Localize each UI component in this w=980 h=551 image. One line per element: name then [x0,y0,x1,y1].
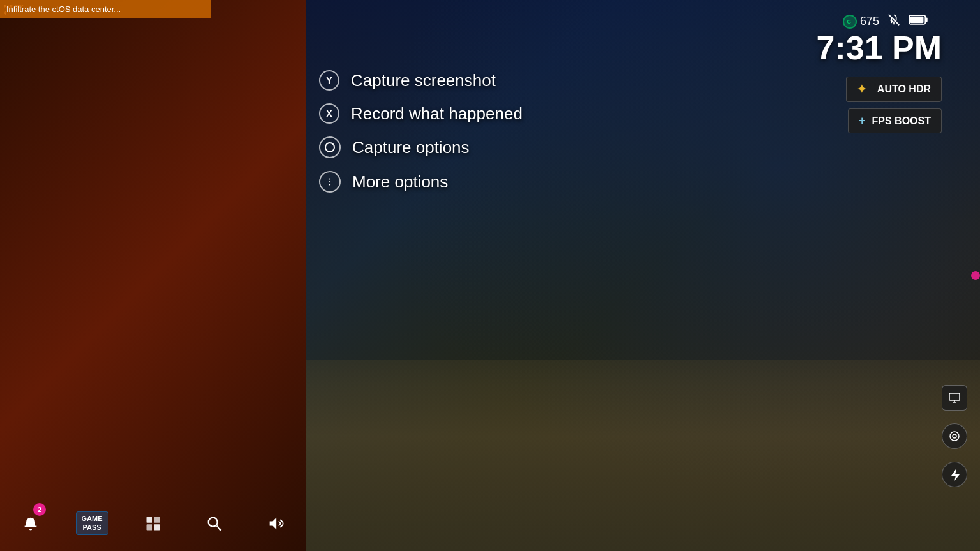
more-options-label: More options [352,172,448,192]
svg-rect-28 [949,393,960,400]
capture-options-item[interactable]: Capture options [319,130,523,165]
taskbar-audio[interactable] [245,496,306,551]
tv-icon [948,392,961,404]
gamepass-text1: GAME [82,515,103,523]
fps-boost-badge[interactable]: + FPS BOOST [848,108,942,133]
right-indicators [942,385,967,487]
y-button-icon: Y [319,70,339,91]
svg-rect-26 [925,18,927,22]
menu-section: Home My games & apps WATCHDOGS 2 [0,40,306,495]
x-button-label: X [326,108,332,119]
notification-text: Infiltrate the ctOS data center... [6,4,121,14]
gamerscore-value: 675 [860,15,879,28]
gamepass-button[interactable]: GAME PASS [76,511,108,534]
taskbar-gamepass[interactable]: GAME PASS [61,496,122,551]
capture-screenshot-label: Capture screenshot [351,71,496,91]
taskbar-search[interactable] [184,496,245,551]
game-list: WATCHDOGS 2 Watch Dogs®2 UFC4 UFC® 4 SNI… [10,150,296,423]
notifications-badge: 2 [33,503,46,516]
gamerscore-display: G 675 [843,15,879,29]
menu-circles-icon [324,176,336,187]
game-thumb-farcry4: FAR CRY4 [26,356,78,409]
svg-point-32 [953,434,956,438]
fps-boost-label: FPS BOOST [872,115,931,127]
svg-marker-19 [270,517,277,529]
capture-options-label: Capture options [352,138,470,158]
record-happened-item[interactable]: X Record what happened [319,97,523,130]
battery-icon [909,14,929,29]
capture-menu: Y Capture screenshot X Record what happe… [319,64,523,199]
bell-icon [22,515,40,533]
right-indicator-3 [942,462,967,487]
fps-plus-icon: + [859,114,866,128]
svg-rect-15 [147,524,152,530]
time-display: 7:31 PM [816,29,942,67]
store-icon [144,515,162,533]
more-options-item[interactable]: More options [319,165,523,199]
taskbar-store[interactable] [122,496,184,551]
x-button-icon: X [319,103,339,124]
svg-rect-27 [910,17,924,23]
y-button-label: Y [326,75,332,85]
svg-rect-16 [154,524,160,530]
search-icon [205,515,223,533]
hdr-sun-icon: ✦ [857,82,871,96]
lightning-icon [948,468,961,481]
notification-bar: Infiltrate the ctOS data center... [0,0,211,18]
right-indicator-1 [942,385,967,411]
svg-line-18 [217,525,221,530]
ground-overlay [306,360,980,551]
svg-point-20 [329,178,330,179]
svg-point-22 [329,184,330,185]
left-panel: Home My games & apps WATCHDOGS 2 [0,0,306,551]
top-right-info: G 675 [843,13,929,30]
svg-rect-14 [154,517,160,522]
auto-hdr-badge[interactable]: ✦ AUTO HDR [846,77,942,102]
svg-point-21 [329,181,330,182]
taskbar: 2 GAME PASS [0,495,306,551]
game-item-farcry4[interactable]: FAR CRY4 Far Cry® 4 [20,351,286,414]
gamerscore-g-icon: G [846,18,854,26]
taskbar-notifications[interactable]: 2 [0,496,61,551]
capture-screenshot-item[interactable]: Y Capture screenshot [319,64,523,97]
more-options-icon [319,171,341,193]
capture-options-icon [319,136,341,158]
right-accent-dot [971,271,980,280]
svg-rect-13 [147,517,152,522]
audio-icon [267,515,285,533]
gamepass-text2: PASS [82,524,103,532]
battery-svg-icon [909,14,929,26]
svg-text:G: G [847,19,850,25]
gamerscore-icon: G [843,15,857,29]
mute-icon [887,13,901,30]
svg-point-31 [950,432,959,441]
svg-point-17 [209,517,218,526]
record-happened-label: Record what happened [351,104,523,124]
auto-hdr-label: AUTO HDR [877,84,931,95]
right-indicator-2 [942,423,967,449]
circle-ring-icon [325,142,335,152]
time-value: 7:31 PM [816,29,942,66]
mic-muted-icon [887,13,901,27]
signal-icon [948,430,961,443]
